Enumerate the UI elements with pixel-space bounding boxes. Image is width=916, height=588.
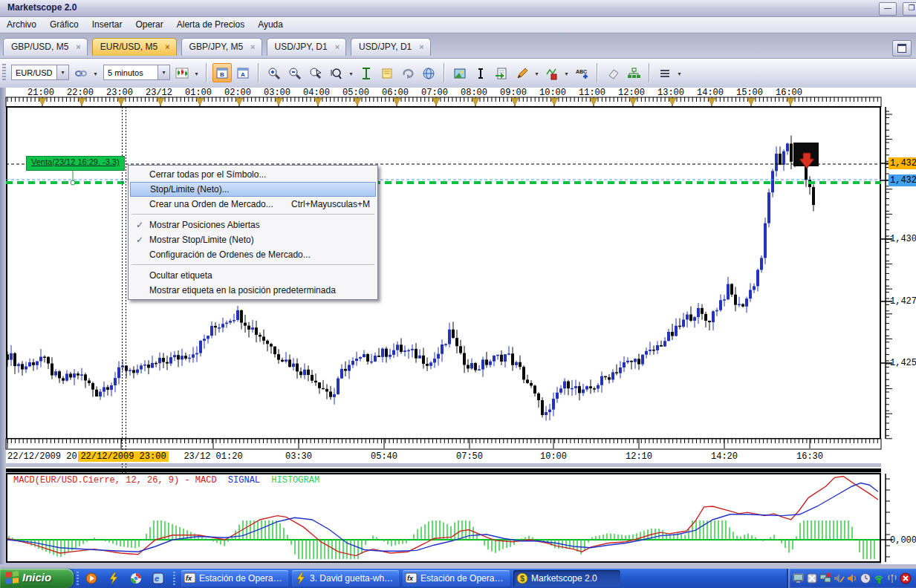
menu-alerta-de-precios[interactable]: Alerta de Precios: [170, 17, 251, 33]
task-marketscope-2-0[interactable]: $Marketscope 2.0: [513, 570, 620, 587]
share-button[interactable]: [398, 63, 418, 82]
tab-gbp-usd-m5-0[interactable]: GBP/USD, M5×: [3, 38, 88, 56]
tab-close-icon[interactable]: ×: [335, 42, 340, 51]
draw-marker-button-dropdown[interactable]: ▾: [562, 63, 571, 82]
tab-close-icon[interactable]: ×: [250, 42, 255, 51]
symbol-combo[interactable]: EUR/USD▾: [11, 65, 69, 80]
add-label-button[interactable]: ABC: [572, 63, 591, 82]
winamp-icon[interactable]: [108, 572, 120, 584]
eraser-button[interactable]: [603, 63, 623, 82]
menu-item-mostrar-etiqueta-en-la-posici-n-predeterminada[interactable]: Mostrar etiqueta en la posición predeter…: [130, 283, 376, 298]
alert-icon[interactable]: [900, 572, 911, 584]
menu-insertar[interactable]: Insertar: [85, 17, 129, 33]
signal-icon[interactable]: [886, 572, 897, 584]
menu-gr-fico[interactable]: Gráfico: [43, 17, 85, 33]
menu-item-cerrar-todas-por-el-s-mbolo[interactable]: Cerrar todas por el Símbolo...: [130, 167, 376, 182]
tab-eur-usd-m5-1[interactable]: EUR/USD, M5×: [92, 38, 177, 56]
task-label: Estación de Operacio...: [199, 573, 288, 584]
link-charts-button[interactable]: [71, 63, 91, 82]
toolbar-separator: [206, 63, 207, 82]
time-label-top: 13:00: [657, 88, 684, 98]
network-offline-icon[interactable]: [819, 572, 831, 584]
insert-template-button[interactable]: [492, 63, 511, 82]
time-label-bottom: 07:50: [456, 451, 483, 462]
notes-button[interactable]: [377, 63, 397, 82]
quick-launch-grip[interactable]: [77, 572, 79, 585]
display-icon[interactable]: [793, 572, 804, 584]
open-position-label[interactable]: Venta(23/12 16:29, -3.3): [26, 156, 125, 171]
menu-item-crear-una-orden-de-mercado[interactable]: Ctrl+Mayusculas+MCrear una Orden de Merc…: [130, 197, 376, 212]
tab-usd-jpy-d1-3[interactable]: USD/JPY, D1×: [267, 38, 347, 56]
insert-image-button[interactable]: [450, 63, 470, 82]
time-label-top: 23:00: [106, 88, 133, 98]
chevron-down-icon[interactable]: ▾: [56, 65, 68, 79]
tab-label: USD/JPY, D1: [359, 42, 412, 52]
link-charts-button-dropdown[interactable]: ▾: [91, 63, 100, 82]
zoom-mode-button-dropdown[interactable]: ▾: [347, 63, 355, 82]
toolbar-grip[interactable]: [2, 64, 6, 82]
wireless-icon[interactable]: [873, 572, 884, 584]
speaker-icon[interactable]: [846, 572, 857, 584]
tab-close-icon[interactable]: ×: [76, 42, 80, 51]
task-estaci-n-de-operacio[interactable]: fxEstación de Operacio...: [403, 570, 510, 587]
media-player-icon[interactable]: [85, 572, 97, 584]
minimize-button[interactable]: —: [879, 2, 897, 16]
restore-button[interactable]: ❐: [903, 2, 916, 16]
chart-style-button[interactable]: [172, 63, 192, 82]
list-icon: [658, 67, 672, 80]
tab-close-icon[interactable]: ×: [419, 42, 423, 51]
label-add-icon: ABC: [575, 67, 588, 80]
time-label-bottom: 14:20: [711, 451, 738, 462]
show-ask-button[interactable]: A: [233, 63, 253, 82]
time-label-bottom: 16:30: [796, 451, 823, 462]
menu-item-configuraci-n-de-ordenes-de-mercado[interactable]: Configuración de Ordenes de Mercado...: [130, 247, 376, 262]
start-button[interactable]: Inicio: [0, 569, 74, 588]
security-icon[interactable]: [806, 572, 817, 584]
tab-close-icon[interactable]: ×: [165, 42, 169, 51]
wireless-icon: [873, 572, 885, 584]
task-estaci-n-de-operacio[interactable]: fxEstación de Operacio...: [181, 570, 288, 587]
zoom-select-button[interactable]: [306, 63, 325, 82]
svg-text:e: e: [155, 574, 159, 583]
show-bid-button[interactable]: B: [212, 63, 232, 82]
quick-launch-grip[interactable]: [173, 572, 175, 585]
list-button-dropdown[interactable]: ▾: [675, 63, 683, 82]
task-label: Marketscope 2.0: [531, 573, 597, 584]
task-3-david-guetta-whe[interactable]: 3. David guetta-whe...: [292, 570, 399, 587]
window-arrange-button[interactable]: [892, 40, 912, 56]
messenger-icon[interactable]: e: [152, 572, 164, 584]
tab-gbp-jpy-m5-2[interactable]: GBP/JPY, M5×: [181, 38, 262, 56]
clock-sync-icon[interactable]: [860, 572, 871, 584]
menu-ayuda[interactable]: Ayuda: [251, 17, 290, 33]
insert-text-button[interactable]: [471, 63, 490, 82]
zoom-out-button[interactable]: [285, 63, 305, 82]
fx-icon: fx: [406, 572, 418, 584]
list-button[interactable]: [655, 63, 675, 82]
menu-item-ocultar-etiqueta[interactable]: Ocultar etiqueta: [130, 268, 376, 283]
macd-panel[interactable]: [6, 473, 881, 563]
draw-pencil-button-dropdown[interactable]: ▾: [533, 63, 541, 82]
panel-splitter[interactable]: [6, 467, 881, 472]
chevron-down-icon[interactable]: ▾: [157, 65, 169, 79]
menu-item-mostrar-posiciones-abiertas[interactable]: ✓Mostrar Posiciones Abiertas: [130, 218, 376, 232]
menu-operar[interactable]: Operar: [129, 17, 169, 33]
chart-style-button-dropdown[interactable]: ▾: [192, 63, 201, 82]
menu-item-mostrar-stop-limite-neto[interactable]: ✓Mostrar Stop/Limite (Neto): [130, 232, 376, 247]
hierarchy-button[interactable]: [624, 63, 643, 82]
zoom-in-button[interactable]: [264, 63, 284, 82]
volume-mixer-icon[interactable]: [833, 572, 844, 584]
template-icon: [495, 67, 508, 80]
draw-pencil-button[interactable]: [513, 63, 532, 82]
time-label-top: 11:00: [579, 88, 605, 98]
menu-item-stop-limite-neto[interactable]: Stop/Limite (Neto)...: [130, 182, 376, 197]
macd-histogram-name: HISTOGRAM: [271, 475, 319, 486]
zoom-mode-button[interactable]: [327, 63, 346, 82]
web-button[interactable]: [419, 63, 438, 82]
draw-marker-button[interactable]: [542, 63, 562, 82]
tab-usd-jpy-d1-4[interactable]: USD/JPY, D1×: [351, 38, 431, 56]
period-combo[interactable]: 5 minutos▾: [103, 65, 170, 80]
vertical-ruler-button[interactable]: [357, 63, 376, 82]
menu-archivo[interactable]: Archivo: [0, 17, 43, 33]
browser-icon[interactable]: [130, 572, 142, 584]
menu-item-label: Mostrar etiqueta en la posición predeter…: [149, 285, 336, 295]
